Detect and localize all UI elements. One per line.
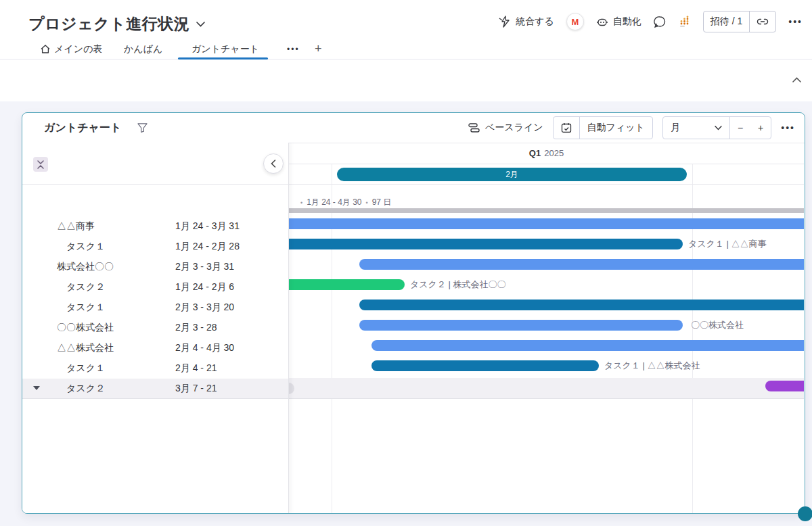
bar-label: タスク１ | △△株式会社 xyxy=(604,360,700,371)
zoom-group: 月 − + xyxy=(662,116,771,139)
gantt-bar-task[interactable] xyxy=(289,279,405,290)
calendar-icon xyxy=(561,122,572,133)
month-header: 2月 xyxy=(289,164,804,185)
gantt-bar-task[interactable] xyxy=(359,300,804,310)
task-row[interactable]: タスク１ 2月 4 - 21 xyxy=(22,358,288,379)
gantt-bar-group-2[interactable] xyxy=(359,259,804,270)
task-list-header xyxy=(22,143,288,185)
view-tabs: メインの表 かんばん ガントチャート ••• + xyxy=(0,39,812,59)
zoom-in-button[interactable]: + xyxy=(750,117,771,139)
gantt-bar-task[interactable] xyxy=(371,360,599,371)
task-row[interactable]: 株式会社〇〇 2月 3 - 3月 31 xyxy=(22,257,288,277)
app-chart-icon[interactable] xyxy=(679,16,691,28)
share-link-button[interactable] xyxy=(749,11,775,32)
task-row[interactable]: △△株式会社 2月 4 - 4月 30 xyxy=(22,338,288,358)
chevron-down-icon xyxy=(715,125,722,130)
widget-resize-handle[interactable] xyxy=(798,506,812,521)
task-row-selected[interactable]: タスク２ 3月 7 - 21 xyxy=(22,379,288,399)
gantt-bar-group-4[interactable] xyxy=(371,340,804,351)
invite-button[interactable]: 招待 / 1 xyxy=(704,11,749,32)
chevron-down-icon[interactable] xyxy=(196,21,205,27)
chat-icon[interactable] xyxy=(654,16,667,28)
gantt-chart-pane: Q1 2025 2月 • 1月 24 - 4月 30 • 97 日 xyxy=(289,143,804,513)
task-row[interactable]: タスク２ 1月 24 - 2月 6 xyxy=(22,277,288,297)
project-summary-bar[interactable] xyxy=(289,208,804,213)
caret-down-icon[interactable] xyxy=(33,386,40,390)
zoom-out-button[interactable]: − xyxy=(729,117,750,139)
autofit-icon-button[interactable] xyxy=(554,117,579,139)
tab-kanban[interactable]: かんばん xyxy=(124,39,162,59)
baseline-icon xyxy=(468,123,480,133)
tab-options-button[interactable]: ••• xyxy=(287,39,300,59)
integrations-icon xyxy=(499,16,511,28)
baseline-button[interactable]: ベースライン xyxy=(468,122,543,134)
zoom-unit-select[interactable]: 月 xyxy=(663,117,729,139)
invite-group: 招待 / 1 xyxy=(703,11,776,32)
month-pill[interactable]: 2月 xyxy=(337,168,687,181)
gantt-bar-group-3[interactable] xyxy=(359,320,683,331)
quarter-header: Q1 2025 xyxy=(289,143,804,164)
home-icon xyxy=(41,45,50,53)
task-row[interactable]: タスク１ 2月 3 - 3月 20 xyxy=(22,297,288,318)
integrate-button[interactable]: 統合する xyxy=(499,16,554,28)
gantt-task-list: △△商事 1月 24 - 3月 31 タスク１ 1月 24 - 2月 28 株式… xyxy=(22,143,289,513)
task-row[interactable]: △△商事 1月 24 - 3月 31 xyxy=(22,216,288,237)
gantt-bar-task-selected[interactable] xyxy=(765,381,804,391)
bar-label: タスク１ | △△商事 xyxy=(688,239,767,249)
autofit-group: 自動フィット xyxy=(553,116,653,139)
collapse-toolbar-button[interactable] xyxy=(792,77,801,83)
widget-title: ガントチャート xyxy=(44,121,121,135)
task-row[interactable]: タスク１ 1月 24 - 2月 28 xyxy=(22,237,288,257)
link-icon xyxy=(757,17,769,26)
board-more-button[interactable]: ••• xyxy=(788,16,803,27)
board-canvas: ガントチャート ベースライン xyxy=(0,101,812,526)
bar-label: 〇〇株式会社 xyxy=(691,320,744,331)
gantt-bar-group-1[interactable] xyxy=(289,218,804,229)
gantt-widget-header: ガントチャート ベースライン xyxy=(22,113,805,143)
gantt-body: Q1 2025 2月 • 1月 24 - 4月 30 • 97 日 xyxy=(22,143,804,513)
gmail-icon[interactable]: M xyxy=(566,13,584,30)
automation-button[interactable]: 自動化 xyxy=(596,16,641,28)
add-view-button[interactable]: + xyxy=(315,39,322,59)
app-header: プロジェクト進行状況 統合する M 自動化 xyxy=(0,0,812,41)
automation-label: 自動化 xyxy=(613,16,641,28)
gantt-bar-task[interactable] xyxy=(289,239,683,249)
task-row[interactable]: 〇〇株式会社 2月 3 - 28 xyxy=(22,318,288,338)
bar-label: タスク２ | 株式会社〇〇 xyxy=(410,279,506,290)
robot-icon xyxy=(596,16,608,28)
board-toolbar: 新しい 企業名 ウィジェットを追加 検索 ユーザー フィルター xyxy=(0,59,812,101)
widget-more-button[interactable]: ••• xyxy=(781,122,795,133)
month-gridline xyxy=(692,164,693,513)
collapse-all-button[interactable] xyxy=(33,157,48,172)
widget-filter-icon[interactable] xyxy=(137,123,148,133)
autofit-button[interactable]: 自動フィット xyxy=(579,117,652,139)
selected-row-band xyxy=(289,378,804,399)
month-gridline xyxy=(332,164,332,513)
collapse-pane-button[interactable] xyxy=(263,153,284,174)
tab-gantt-active[interactable]: ガントチャート xyxy=(191,39,259,59)
range-annotation: • 1月 24 - 4月 30 • 97 日 xyxy=(300,197,391,208)
board-title: プロジェクト進行状況 xyxy=(28,14,189,34)
tab-main-table[interactable]: メインの表 xyxy=(41,39,102,59)
gantt-widget-card[interactable]: ガントチャート ベースライン xyxy=(22,112,805,514)
integrate-label: 統合する xyxy=(516,16,554,28)
